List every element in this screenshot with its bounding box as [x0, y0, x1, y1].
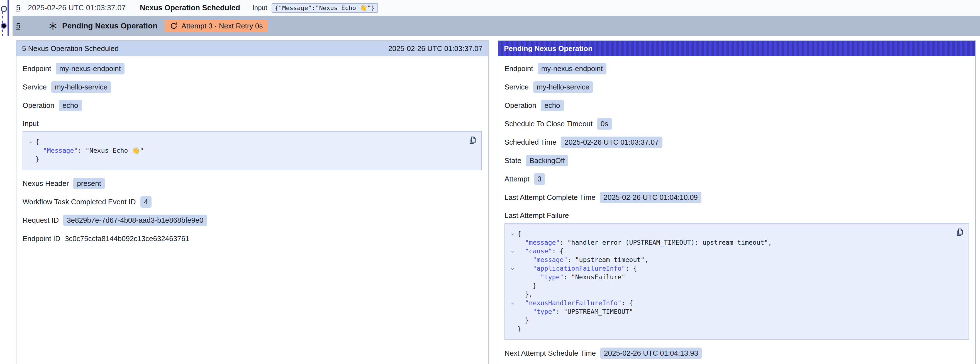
field-value-badge: 3e829b7e-7d67-4b08-aad3-b1e868bfe9e0 — [63, 215, 207, 226]
left-panel-header: 5 Nexus Operation Scheduled 2025-02-26 U… — [16, 41, 488, 56]
field-endpoint: Endpoint my-nexus-endpoint — [22, 63, 482, 74]
field-endpoint: Endpoint my-nexus-endpoint — [504, 63, 969, 74]
field-attempt: Attempt 3 — [504, 173, 969, 185]
copy-icon[interactable] — [955, 227, 964, 238]
event-id-link[interactable]: 5 — [16, 4, 20, 12]
field-label: State — [504, 156, 522, 165]
field-label: Schedule To Close Timeout — [504, 120, 592, 128]
field-value-badge: BackingOff — [526, 155, 568, 166]
left-panel-title: 5 Nexus Operation Scheduled — [22, 44, 119, 53]
field-label: Service — [22, 83, 47, 91]
field-operation: Operation echo — [504, 100, 969, 111]
field-value-badge: 2025-02-26 UTC 01:03:37.07 — [561, 137, 662, 148]
event-row-nexus-operation-scheduled[interactable]: 5 2025-02-26 UTC 01:03:37.07 Nexus Opera… — [13, 0, 980, 16]
input-label: Input — [252, 4, 267, 12]
pending-title: Pending Nexus Operation — [62, 21, 158, 30]
collapse-chevron-icon[interactable] — [508, 230, 517, 238]
input-section-label: Input — [22, 118, 482, 129]
collapse-chevron-icon[interactable] — [26, 138, 35, 146]
field-value-badge: 0s — [597, 118, 612, 129]
field-value-badge: 2025-02-26 UTC 01:04:13.93 — [600, 348, 702, 359]
field-value-badge: my-hello-service — [51, 81, 111, 93]
last-attempt-failure-label: Last Attempt Failure — [504, 210, 969, 221]
field-state: State BackingOff — [504, 155, 969, 166]
field-request-id: Request ID 3e829b7e-7d67-4b08-aad3-b1e86… — [22, 215, 482, 226]
field-label: Nexus Header — [22, 179, 69, 188]
field-label: Endpoint ID — [22, 235, 60, 243]
endpoint-id-link[interactable]: 3c0c75ccfa8144b092c13ce632463761 — [65, 235, 189, 243]
field-label: Workflow Task Completed Event ID — [22, 198, 136, 206]
field-operation: Operation echo — [22, 100, 482, 111]
field-value-badge: 2025-02-26 UTC 01:04:10.09 — [600, 192, 702, 203]
collapse-chevron-icon[interactable] — [508, 264, 517, 273]
field-value-badge: my-nexus-endpoint — [56, 63, 124, 74]
last-attempt-failure-json-block: { "message": "handler error (UPSTREAM_TI… — [504, 223, 969, 340]
right-panel-title: Pending Nexus Operation — [504, 44, 592, 53]
collapse-chevron-icon[interactable] — [508, 299, 517, 307]
field-label: Endpoint — [22, 64, 51, 73]
timeline-node-open-icon — [1, 6, 7, 12]
field-last-attempt-complete-time: Last Attempt Complete Time 2025-02-26 UT… — [504, 192, 969, 203]
field-label: Endpoint — [504, 64, 533, 73]
event-id-link[interactable]: 5 — [16, 22, 20, 30]
retry-status-badge: Attempt 3 · Next Retry 0s — [165, 20, 268, 32]
field-label: Attempt — [504, 175, 530, 184]
field-value-badge: my-nexus-endpoint — [538, 63, 606, 74]
field-workflow-task-completed-event-id: Workflow Task Completed Event ID 4 — [22, 196, 482, 208]
field-label: Last Attempt Complete Time — [504, 193, 596, 202]
field-label: Request ID — [22, 216, 59, 225]
retry-badge-text: Attempt 3 · Next Retry 0s — [181, 22, 262, 30]
field-next-attempt-schedule-time: Next Attempt Schedule Time 2025-02-26 UT… — [504, 348, 969, 359]
timeline-active-bar — [8, 0, 9, 36]
right-panel-header: Pending Nexus Operation — [498, 41, 975, 56]
field-label: Scheduled Time — [504, 138, 556, 147]
input-preview-badge: {"Message":"Nexus Echo 👋"} — [272, 3, 378, 13]
field-value-badge: echo — [541, 100, 563, 111]
field-scheduled-time: Scheduled Time 2025-02-26 UTC 01:03:37.0… — [504, 137, 969, 148]
field-value-badge: 3 — [534, 173, 545, 185]
event-timestamp: 2025-02-26 UTC 01:03:37.07 — [28, 4, 140, 12]
field-service: Service my-hello-service — [504, 81, 969, 93]
field-value-badge: 4 — [140, 196, 151, 208]
pending-asterisk-icon — [48, 21, 58, 31]
field-label: Next Attempt Schedule Time — [504, 349, 596, 358]
event-title: Nexus Operation Scheduled — [140, 4, 240, 12]
field-label: Operation — [22, 101, 54, 110]
field-value-badge: present — [73, 178, 105, 189]
field-value-badge: echo — [59, 100, 82, 111]
field-schedule-to-close-timeout: Schedule To Close Timeout 0s — [504, 118, 969, 129]
panel-pending-nexus-operation: Pending Nexus Operation Endpoint my-nexu… — [498, 40, 976, 364]
field-label: Operation — [504, 101, 536, 110]
field-endpoint-id: Endpoint ID 3c0c75ccfa8144b092c13ce63246… — [22, 233, 482, 244]
field-value-badge: my-hello-service — [533, 81, 593, 93]
field-label: Service — [504, 83, 529, 91]
copy-icon[interactable] — [468, 136, 477, 145]
field-service: Service my-hello-service — [22, 81, 482, 93]
panel-nexus-operation-scheduled: 5 Nexus Operation Scheduled 2025-02-26 U… — [16, 40, 488, 364]
input-json-block: { "Message": "Nexus Echo 👋" } — [22, 131, 482, 170]
event-row-pending-nexus-operation[interactable]: 5 Pending Nexus Operation Attempt 3 · Ne… — [13, 16, 980, 36]
event-timeline-rail — [0, 0, 13, 36]
left-panel-timestamp: 2025-02-26 UTC 01:03:37.07 — [388, 44, 482, 53]
retry-icon — [170, 22, 178, 30]
collapse-chevron-icon[interactable] — [508, 247, 517, 255]
field-nexus-header: Nexus Header present — [22, 178, 482, 189]
timeline-node-current-icon — [2, 24, 6, 28]
